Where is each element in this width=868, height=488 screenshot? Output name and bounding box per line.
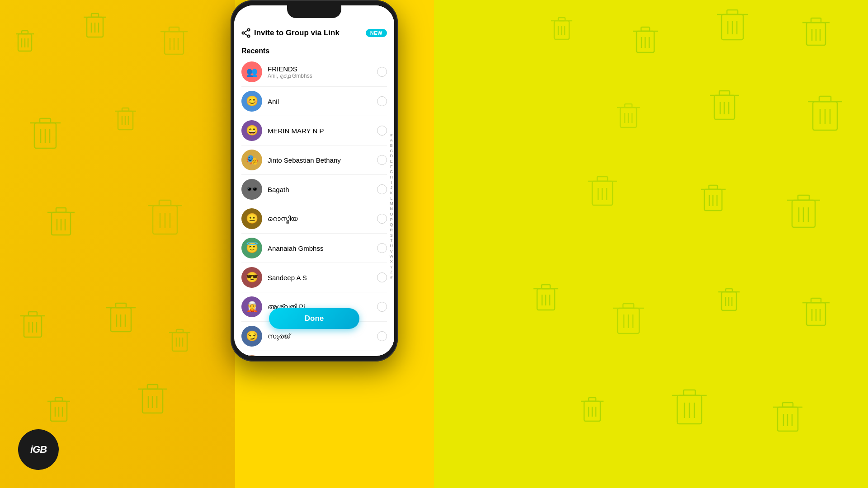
- contact-list: 👥 FRIENDS Anil, ൭൦൧ Gmbhss 😊 Anil: [234, 57, 394, 356]
- contact-item-friends[interactable]: 👥 FRIENDS Anil, ൭൦൧ Gmbhss: [234, 57, 394, 86]
- contact-item-rosmy[interactable]: 😐 റൊസ്മിയ: [234, 204, 394, 233]
- alpha-c[interactable]: C: [390, 149, 393, 154]
- alpha-l[interactable]: L: [390, 196, 392, 202]
- radio-merin[interactable]: [377, 126, 387, 136]
- contact-name-suraj: സുരജ്: [268, 332, 372, 340]
- svg-rect-20: [40, 118, 51, 123]
- contact-item-sandeep[interactable]: 😎 Sandeep A S: [234, 263, 394, 292]
- alpha-w[interactable]: W: [390, 254, 394, 260]
- radio-bagath[interactable]: [377, 184, 387, 194]
- radio-sandeep[interactable]: [377, 272, 387, 282]
- alpha-b[interactable]: B: [390, 143, 393, 149]
- alpha-y[interactable]: Y: [390, 265, 393, 270]
- alpha-a[interactable]: A: [390, 138, 393, 144]
- contact-info-rosmy: റൊസ്മിയ: [268, 215, 372, 223]
- trash-icon-r14: [531, 280, 561, 316]
- radio-rosmy[interactable]: [377, 214, 387, 224]
- alpha-q[interactable]: Q: [390, 223, 393, 228]
- new-badge[interactable]: NEW: [366, 29, 387, 37]
- alpha-u[interactable]: U: [390, 244, 393, 249]
- contact-name-bagath: Bagath: [268, 186, 372, 193]
- avatar-bagath: 🕶️: [241, 179, 262, 200]
- svg-rect-146: [783, 403, 793, 407]
- done-button[interactable]: Done: [269, 308, 359, 329]
- trash-icon-r11: [800, 294, 832, 332]
- alpha-h[interactable]: H: [390, 175, 393, 180]
- svg-rect-158: [589, 398, 596, 401]
- section-header: Recents: [234, 42, 394, 57]
- alpha-z[interactable]: Z: [390, 270, 393, 276]
- trash-icon-9: [104, 298, 138, 338]
- alpha-j[interactable]: J: [391, 186, 393, 191]
- contact-info-merin: MERIN MARY N P: [268, 127, 372, 135]
- alpha-s[interactable]: S: [390, 233, 393, 239]
- done-button-label: Done: [305, 314, 324, 323]
- radio-friends[interactable]: [377, 67, 387, 77]
- alpha-i[interactable]: I: [391, 180, 392, 186]
- contact-item-jinto[interactable]: 🎭 Jinto Sebastian Bethany: [234, 145, 394, 174]
- svg-rect-2: [22, 31, 28, 34]
- alpha-r[interactable]: R: [390, 228, 393, 233]
- radio-anil[interactable]: [377, 96, 387, 106]
- trash-icon-r3: [631, 23, 660, 58]
- alpha-index[interactable]: # A B C D E F G H I J K L M N O P: [390, 133, 394, 281]
- contact-item-merin[interactable]: 😄 MERIN MARY N P: [234, 116, 394, 145]
- alpha-f[interactable]: F: [390, 164, 393, 170]
- contact-info-ananaiah: Ananaiah Gmbhss: [268, 244, 372, 252]
- svg-rect-116: [597, 177, 608, 181]
- contact-info-anil: Anil: [268, 98, 372, 105]
- avatar-rosmy: 😐: [241, 208, 262, 229]
- contact-item-ananaiah[interactable]: 😇 Ananaiah Gmbhss: [234, 234, 394, 263]
- avatar-ananaiah: 😇: [241, 238, 262, 258]
- trash-icon-2: [81, 9, 108, 42]
- svg-rect-14: [169, 27, 179, 32]
- alpha-g[interactable]: G: [390, 170, 393, 175]
- contact-item-bagath[interactable]: 🕶️ Bagath: [234, 175, 394, 204]
- radio-suraj[interactable]: [377, 331, 387, 341]
- svg-rect-50: [116, 303, 126, 308]
- trash-icon-r2: [714, 5, 750, 47]
- alpha-hash[interactable]: #: [390, 133, 392, 138]
- svg-rect-134: [623, 304, 634, 308]
- trash-icon-r1: [800, 14, 832, 52]
- svg-rect-104: [798, 195, 809, 200]
- alpha-p[interactable]: P: [390, 217, 393, 223]
- alpha-hash2[interactable]: #: [390, 275, 392, 281]
- contact-item-anil[interactable]: 😊 Anil: [234, 87, 394, 116]
- alpha-t[interactable]: T: [390, 239, 393, 244]
- contact-name-sandeep: Sandeep A S: [268, 274, 372, 282]
- alpha-m[interactable]: M: [390, 202, 393, 207]
- svg-rect-170: [147, 385, 158, 389]
- contact-item-dusty[interactable]: 👤 Dusty: [234, 351, 394, 356]
- alpha-o[interactable]: O: [390, 212, 393, 217]
- avatar-anil: 😊: [241, 91, 262, 112]
- svg-rect-32: [56, 208, 66, 212]
- header-left: Invite to Group via Link: [241, 28, 340, 38]
- alpha-n[interactable]: N: [390, 207, 393, 212]
- contact-info-sandeep: Sandeep A S: [268, 274, 372, 282]
- avatar-jinto: 🎭: [241, 150, 262, 170]
- contact-name-merin: MERIN MARY N P: [268, 127, 372, 135]
- svg-rect-8: [91, 14, 99, 17]
- radio-ananaiah[interactable]: [377, 243, 387, 253]
- svg-rect-122: [811, 298, 821, 303]
- trash-icon-4: [27, 113, 63, 155]
- avatar-friends: 👥: [241, 61, 262, 82]
- trash-icon-r6: [708, 86, 741, 126]
- trash-icon-r7: [615, 99, 642, 133]
- svg-rect-44: [28, 312, 37, 316]
- alpha-v[interactable]: V: [390, 249, 393, 254]
- radio-ashwathi[interactable]: [377, 302, 387, 312]
- trash-icon-r17: [579, 393, 606, 427]
- alpha-d[interactable]: D: [390, 154, 393, 160]
- alpha-k[interactable]: K: [390, 191, 393, 196]
- svg-line-178: [245, 34, 248, 36]
- trash-icon-3: [158, 23, 190, 61]
- trash-icon-r13: [610, 298, 646, 341]
- contact-info-bagath: Bagath: [268, 186, 372, 193]
- radio-jinto[interactable]: [377, 155, 387, 165]
- alpha-x[interactable]: X: [390, 259, 393, 265]
- avatar-suraj: 😏: [241, 326, 262, 347]
- svg-point-176: [248, 35, 250, 38]
- alpha-e[interactable]: E: [390, 159, 393, 164]
